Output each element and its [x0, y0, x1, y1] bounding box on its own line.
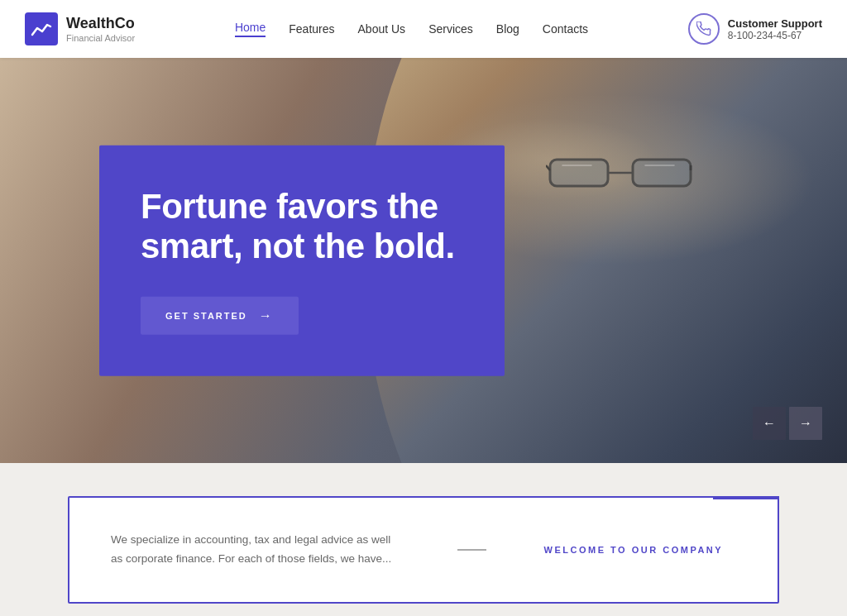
company-description: We specialize in accounting, tax and leg…	[111, 531, 400, 569]
logo-text: WealthCo Financial Advisor	[66, 15, 135, 43]
nav-item-about[interactable]: About Us	[358, 22, 406, 36]
slider-prev-button[interactable]: ←	[753, 407, 786, 440]
get-started-label: GET STARTED	[165, 310, 247, 320]
support-phone: 8-100-234-45-67	[728, 30, 822, 41]
logo[interactable]: WealthCo Financial Advisor	[25, 12, 135, 45]
nav-item-features[interactable]: Features	[289, 22, 334, 36]
main-nav: Home Features About Us Services Blog Con…	[235, 21, 588, 37]
nav-item-services[interactable]: Services	[428, 22, 473, 36]
slider-controls: ← →	[753, 407, 822, 440]
nav-item-contacts[interactable]: Contacts	[543, 22, 588, 36]
card-description: We specialize in accounting, tax and leg…	[111, 531, 400, 569]
get-started-button[interactable]: GET STARTED →	[141, 296, 299, 334]
glasses-detail	[546, 147, 695, 197]
below-hero-section: We specialize in accounting, tax and leg…	[0, 463, 847, 616]
logo-subtitle: Financial Advisor	[66, 33, 135, 43]
nav-item-blog[interactable]: Blog	[496, 22, 519, 36]
logo-title: WealthCo	[66, 15, 135, 33]
card-welcome: WELCOME TO OUR COMPANY	[544, 531, 736, 569]
svg-rect-1	[633, 160, 691, 186]
support-text: Customer Support 8-100-234-45-67	[728, 17, 822, 41]
hero-content-box: Fortune favors the smart, not the bold. …	[99, 146, 505, 376]
welcome-card: We specialize in accounting, tax and leg…	[68, 496, 779, 604]
phone-icon	[688, 13, 720, 45]
customer-support[interactable]: Customer Support 8-100-234-45-67	[688, 13, 822, 45]
slider-next-button[interactable]: →	[789, 407, 822, 440]
card-divider	[457, 549, 486, 551]
hero-section: Fortune favors the smart, not the bold. …	[0, 58, 847, 463]
welcome-label: WELCOME TO OUR COMPANY	[544, 545, 736, 555]
arrow-right-icon: →	[259, 308, 274, 322]
header: WealthCo Financial Advisor Home Features…	[0, 0, 847, 58]
nav-item-home[interactable]: Home	[235, 21, 266, 37]
svg-rect-0	[550, 160, 608, 186]
support-label: Customer Support	[728, 17, 822, 30]
hero-headline: Fortune favors the smart, not the bold.	[141, 187, 459, 267]
logo-icon	[25, 12, 58, 45]
